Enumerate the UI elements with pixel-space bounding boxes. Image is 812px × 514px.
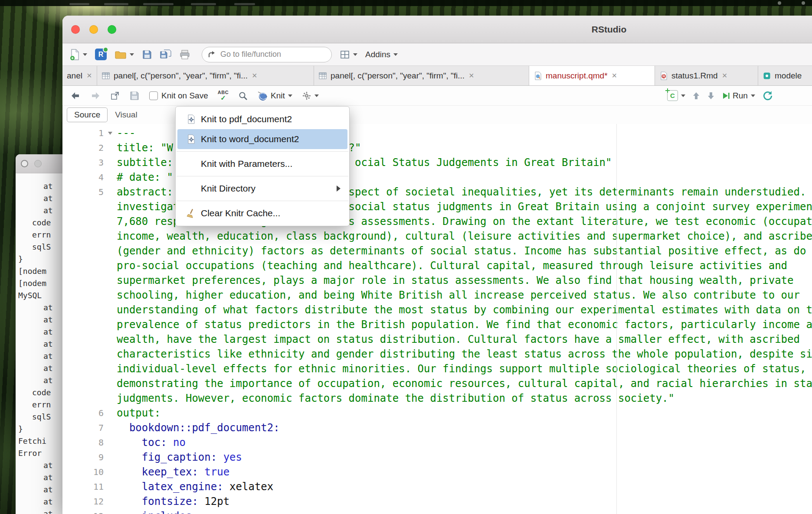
window-button-icon[interactable]: [34, 160, 42, 167]
go-to-next-section-button[interactable]: [707, 91, 715, 100]
addins-label: Addins: [365, 50, 390, 59]
spellcheck-button[interactable]: ABC ✓: [218, 90, 229, 101]
editor-row: pro-social occupations (teaching and hea…: [62, 258, 812, 273]
code-text: bookdown::pdf_document2:: [117, 422, 280, 434]
popout-button[interactable]: [110, 91, 120, 101]
menu-item-clear-knitr-cache[interactable]: Clear Knitr Cache...: [177, 203, 347, 223]
editor-row: individual-level effects for ethnic mino…: [62, 361, 812, 376]
menu-item-fragment: [143, 3, 174, 5]
knit-options-button[interactable]: [302, 91, 319, 101]
find-replace-button[interactable]: [238, 91, 248, 101]
menu-item-knit-with-parameters[interactable]: Knit with Parameters...: [177, 154, 347, 174]
goto-file-input[interactable]: [219, 49, 326, 59]
panes-layout-button[interactable]: [340, 49, 357, 60]
editor-row: 10 keep_tex: true: [62, 465, 812, 479]
open-file-button[interactable]: [115, 49, 134, 60]
visual-mode-button[interactable]: Visual: [108, 107, 144, 122]
save-all-button[interactable]: [160, 49, 171, 60]
menu-item-knit-to-pdf-document2[interactable]: Knit to pdf_document2: [177, 109, 347, 129]
code-text: demonstrating the importance of occupati…: [117, 377, 812, 390]
window-titlebar[interactable]: RStudio: [62, 16, 812, 43]
close-icon[interactable]: ×: [252, 71, 257, 81]
forward-arrow-icon: [90, 91, 101, 100]
window-title: RStudio: [62, 16, 812, 43]
new-file-button[interactable]: [69, 49, 87, 60]
knit-doc-icon: [182, 134, 201, 144]
new-project-icon: R: [95, 49, 107, 60]
knit-on-save-toggle[interactable]: Knit on Save: [149, 91, 208, 101]
code-text: wealth, have the largest impact on statu…: [117, 333, 800, 345]
visual-label: Visual: [115, 110, 137, 120]
editor-row: demonstrating the importance of occupati…: [62, 376, 812, 391]
editor-row: 6output:: [62, 406, 812, 420]
tab-panel-c-person-year-firm[interactable]: panel[, c("person", "year", "firm", "fi.…: [314, 66, 529, 85]
editor-row: income, wealth, education, class backgro…: [62, 229, 812, 244]
macos-menu-bar: [0, 0, 812, 6]
editor-row: supermarket preferences, plays a major r…: [62, 273, 812, 288]
menu-item-knit-to-word-document2[interactable]: Knit to word_document2: [177, 129, 347, 149]
popout-window-icon: [110, 91, 120, 101]
new-project-button[interactable]: R: [95, 49, 107, 60]
tab-label: status1.Rmd: [671, 71, 718, 81]
insert-chunk-button[interactable]: C: [667, 90, 685, 101]
save-all-icon: [160, 49, 171, 60]
tab-anel[interactable]: anel×: [62, 66, 97, 85]
close-icon[interactable]: ×: [87, 71, 92, 81]
fold-arrow-icon[interactable]: [104, 132, 117, 135]
spreadsheet-file-icon: [318, 72, 327, 80]
close-icon[interactable]: ×: [612, 71, 617, 81]
chevron-down-icon: [130, 53, 134, 56]
save-icon: [129, 91, 140, 101]
save-icon: [142, 49, 152, 60]
rerun-button[interactable]: [762, 90, 773, 101]
menu-separator: [177, 151, 348, 152]
tab-panel-c-person-year-firm[interactable]: panel[, c("person", "year", "firm", "fi.…: [97, 66, 314, 85]
editor-toolbar-right-group: C Run: [667, 86, 773, 105]
addins-button[interactable]: Addins: [365, 50, 398, 59]
margin-column-line: [616, 124, 617, 514]
menu-item-fragment: [104, 3, 128, 5]
code-text: keep_tex: true: [117, 466, 229, 478]
close-icon[interactable]: ×: [469, 71, 474, 81]
back-arrow-icon: [70, 91, 81, 100]
code-text: fig_caption: yes: [117, 451, 242, 463]
editor-row: schooling, higher education, and being W…: [62, 288, 812, 303]
run-button[interactable]: Run: [722, 91, 755, 101]
source-mode-button[interactable]: Source: [67, 107, 108, 122]
panes-grid-icon: [340, 49, 350, 60]
save-button[interactable]: [142, 49, 152, 60]
code-text: prevalence of status predictors in the B…: [117, 319, 812, 331]
code-text: (gender and ethnicity) factors as determ…: [117, 245, 806, 257]
menu-item-knit-directory[interactable]: Knit Directory: [177, 179, 347, 198]
menu-item-label: Knit with Parameters...: [201, 159, 292, 169]
code-text: income, wealth, education, class backgro…: [117, 230, 812, 242]
line-number: 4: [62, 172, 104, 182]
code-text: output:: [117, 407, 160, 419]
down-arrow-icon: [707, 91, 715, 100]
chevron-down-icon: [681, 94, 685, 97]
editor-row: 12 fontsize: 12pt: [62, 494, 812, 509]
close-icon[interactable]: ×: [722, 71, 727, 81]
print-button[interactable]: [179, 49, 190, 60]
editor-row: understanding of what factors distribute…: [62, 303, 812, 317]
checkbox-icon[interactable]: [149, 91, 158, 100]
menu-item-label: Knit Directory: [201, 183, 255, 194]
tab-label: manuscript.qmd*: [546, 71, 608, 81]
goto-file-search[interactable]: [202, 47, 332, 62]
save-document-button[interactable]: [129, 91, 140, 101]
window-button-icon[interactable]: [21, 160, 28, 167]
knit-button[interactable]: Knit: [257, 91, 292, 101]
editor-row: 8 toc: no: [62, 435, 812, 450]
tab-modele[interactable]: modele: [758, 66, 812, 85]
tab-manuscript-qmd[interactable]: manuscript.qmd*×: [529, 66, 655, 85]
line-number: 3: [62, 157, 104, 168]
code-text: judgments. However, economic factors dom…: [117, 392, 674, 404]
run-icon: [722, 91, 730, 100]
tab-label: modele: [775, 71, 802, 81]
tab-status1-rmd[interactable]: status1.Rmd×: [655, 66, 758, 85]
back-button[interactable]: [70, 91, 81, 100]
editor-row: prevalence of status predictors in the B…: [62, 317, 812, 332]
line-number: 7: [62, 423, 104, 433]
go-to-previous-section-button[interactable]: [692, 91, 700, 100]
forward-button[interactable]: [90, 91, 101, 100]
